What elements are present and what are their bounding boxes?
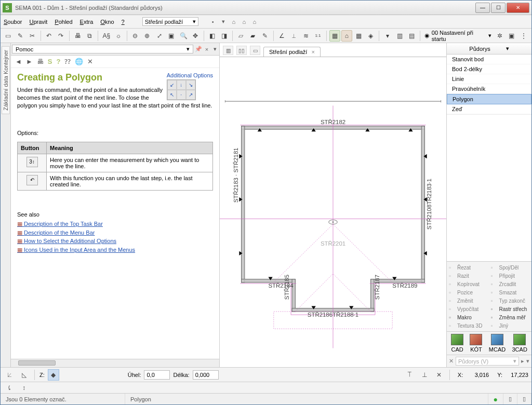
tb-zoomwin-icon[interactable]: ▣ bbox=[166, 30, 177, 42]
tab-ic1-icon[interactable]: ▥ bbox=[223, 46, 233, 55]
ib-snap2-icon[interactable]: ◺ bbox=[18, 369, 30, 381]
tb-light-icon[interactable]: ☼ bbox=[113, 30, 124, 42]
angle-input[interactable] bbox=[144, 370, 170, 380]
hb-x-icon[interactable]: ✕ bbox=[87, 58, 93, 65]
link-icons[interactable]: Icons Used in the Input Area and the Men… bbox=[17, 246, 213, 254]
hb-s-icon[interactable]: S bbox=[48, 58, 52, 65]
menu-pohled[interactable]: Pohled bbox=[55, 19, 72, 25]
tb-zoomout-icon[interactable]: ⊖ bbox=[130, 30, 141, 42]
doc-tab[interactable]: Střešní podlaží× bbox=[263, 47, 321, 57]
menu-help[interactable]: ? bbox=[122, 19, 125, 25]
tb-x1-icon[interactable]: ✲ bbox=[494, 30, 505, 42]
length-input[interactable] bbox=[193, 370, 219, 380]
menu-extra[interactable]: Extra bbox=[80, 19, 94, 25]
floor-prev-icon[interactable]: • bbox=[209, 18, 217, 26]
tb-pan-icon[interactable]: ✥ bbox=[190, 30, 201, 42]
tb-new-icon[interactable]: ▭ bbox=[3, 30, 14, 42]
tb-zoomfit-icon[interactable]: ⤢ bbox=[154, 30, 165, 42]
hb-print-icon[interactable]: 🖶 bbox=[37, 58, 44, 65]
rp-item-stanovit bod[interactable]: Stanovit bod bbox=[447, 55, 531, 64]
hb-back-icon[interactable]: ◄ bbox=[15, 58, 22, 65]
link-addopt[interactable]: How to Select the Additional Options bbox=[17, 237, 213, 246]
ib-c3-icon[interactable]: ✕ bbox=[433, 369, 445, 381]
close-button[interactable]: ✕ bbox=[507, 3, 529, 13]
tb-pen-icon[interactable]: ✎ bbox=[260, 30, 271, 42]
help-hscroll[interactable] bbox=[11, 359, 219, 367]
tb-3d1-icon[interactable]: ▱ bbox=[235, 30, 246, 42]
house2-icon[interactable]: ⌂ bbox=[240, 18, 248, 26]
rp-head[interactable]: Půdorys▾ bbox=[447, 43, 531, 55]
tb-dim-icon[interactable]: ⟂ bbox=[288, 30, 299, 42]
ib2-a-icon[interactable]: ⤹ bbox=[4, 382, 15, 394]
tb-layer2-icon[interactable]: ◨ bbox=[219, 30, 230, 42]
maximize-button[interactable]: ☐ bbox=[491, 3, 506, 13]
rp-item-zeď[interactable]: Zeď bbox=[447, 104, 531, 114]
pin-icon[interactable]: 📌 bbox=[194, 46, 203, 52]
hb-fwd-icon[interactable]: ► bbox=[26, 58, 33, 65]
hb-globe-icon[interactable]: 🌐 bbox=[75, 58, 83, 65]
rp-item-pravoúhelník[interactable]: Pravoúhelník bbox=[447, 84, 531, 94]
side-tab[interactable]: Základní data Kontejner bbox=[1, 43, 11, 367]
house3-icon[interactable]: ⌂ bbox=[250, 18, 259, 26]
menu-okno[interactable]: Okno bbox=[100, 19, 114, 25]
menu-upravit[interactable]: Upravit bbox=[29, 19, 47, 25]
hb-q2-icon[interactable]: ⁇ bbox=[64, 58, 71, 65]
rpf-combo[interactable]: Půdorys (V)▾ bbox=[456, 357, 519, 366]
cmd-rastr střech[interactable]: ▫Rastr střech bbox=[491, 305, 530, 313]
tb-v4-icon[interactable]: ◈ bbox=[365, 30, 376, 42]
rpf-a-icon[interactable]: ▸ bbox=[521, 358, 524, 365]
mode-cad[interactable]: CAD bbox=[451, 334, 463, 353]
tb-print-icon[interactable]: 🖶 bbox=[72, 30, 83, 42]
tb-d1-icon[interactable]: ▾ bbox=[382, 30, 393, 42]
tb-undo-icon[interactable]: ↶ bbox=[44, 30, 55, 42]
rp-item-bod 2-délky[interactable]: Bod 2-délky bbox=[447, 64, 531, 74]
link-menubar[interactable]: Description of the Menu Bar bbox=[17, 228, 213, 237]
tb-text-icon[interactable]: A§ bbox=[101, 30, 112, 42]
tb-x2-icon[interactable]: ▣ bbox=[506, 30, 517, 42]
tb-3d2-icon[interactable]: ▰ bbox=[247, 30, 258, 42]
panel-menu-icon[interactable]: ▾ bbox=[211, 46, 219, 52]
tb-redo-icon[interactable]: ↷ bbox=[56, 30, 66, 42]
tb-layer-icon[interactable]: ◧ bbox=[207, 30, 218, 42]
tb-angle-icon[interactable]: ∠ bbox=[276, 30, 287, 42]
tb-v2-icon[interactable]: ⌂ bbox=[341, 30, 352, 42]
ib-snap1-icon[interactable]: ⟀ bbox=[4, 369, 15, 381]
rpf-x-icon[interactable]: ✕ bbox=[449, 358, 454, 365]
preset-combo[interactable]: ◉ 00 Nastavení při startu ▾ bbox=[423, 30, 493, 42]
house-icon[interactable]: ⌂ bbox=[230, 18, 238, 26]
ib-z-icon[interactable]: ◆ bbox=[48, 369, 59, 381]
tb-zoom-icon[interactable]: 🔍 bbox=[178, 30, 189, 42]
ib-c1-icon[interactable]: ⟙ bbox=[404, 369, 416, 381]
tb-dim2-icon[interactable]: ≋ bbox=[300, 30, 311, 42]
ib-c2-icon[interactable]: ⊥ bbox=[419, 369, 430, 381]
rp-item-linie[interactable]: Linie bbox=[447, 74, 531, 84]
tb-d2-icon[interactable]: ▥ bbox=[394, 30, 405, 42]
minimize-button[interactable]: — bbox=[475, 3, 490, 13]
cmd-makro[interactable]: ▫Makro bbox=[449, 314, 488, 321]
cmd-změna měř[interactable]: ▫Změna měř bbox=[491, 314, 530, 321]
floor-next-icon[interactable]: ▾ bbox=[219, 18, 228, 26]
hb-q-icon[interactable]: ? bbox=[56, 58, 60, 65]
panel-close-icon[interactable]: × bbox=[203, 46, 211, 52]
tab-close-icon[interactable]: × bbox=[311, 49, 314, 55]
mode-mcad[interactable]: MCAD bbox=[489, 334, 506, 353]
tb-x3-icon[interactable]: ⋮ bbox=[518, 30, 529, 42]
help-combo[interactable]: Pomoc▾ bbox=[12, 45, 193, 53]
tb-d3-icon[interactable]: ▤ bbox=[406, 30, 417, 42]
floor-combo[interactable]: Střešní podlaží▾ bbox=[142, 17, 198, 26]
drawing-canvas[interactable]: STŘ2182 STŘ2183 · STŘ2181 STŘ2108TŘ2183·… bbox=[220, 57, 446, 367]
mode-3cad[interactable]: 3CAD bbox=[512, 334, 527, 353]
mode-kot[interactable]: KÓT bbox=[470, 334, 482, 353]
tb-zoomin-icon[interactable]: ⊕ bbox=[142, 30, 153, 42]
tab-ic2-icon[interactable]: ▯▯ bbox=[236, 46, 247, 55]
tab-ic3-icon[interactable]: ▭ bbox=[250, 46, 260, 55]
ib2-b-icon[interactable]: ↕ bbox=[18, 382, 30, 394]
tb-v3-icon[interactable]: ▦ bbox=[353, 30, 364, 42]
tb-edit-icon[interactable]: ✂ bbox=[26, 30, 37, 42]
rp-item-polygon[interactable]: Polygon bbox=[447, 94, 531, 104]
tb-v1-icon[interactable]: ▦ bbox=[329, 30, 340, 42]
tb-131-icon[interactable]: 1:1 bbox=[312, 30, 323, 42]
tb-copy-icon[interactable]: ⧉ bbox=[84, 30, 95, 42]
additional-options[interactable]: Additional Options ↙↓↘ ↖·↗ bbox=[167, 72, 213, 100]
menu-soubor[interactable]: Soubor bbox=[4, 19, 22, 25]
